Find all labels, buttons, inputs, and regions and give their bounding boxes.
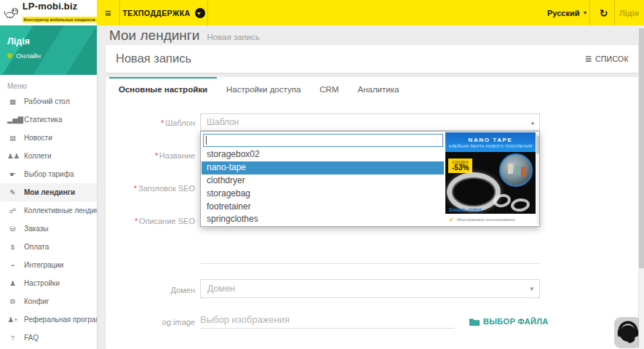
- sidebar-item-tariff[interactable]: ☛ Выбор тарифа: [0, 165, 97, 183]
- user-plus-icon: ♟+: [7, 316, 18, 324]
- plug-icon: ⌁: [7, 261, 18, 269]
- user-icon: ♟: [7, 279, 18, 287]
- topbar-user-menu[interactable]: Лідія: [619, 0, 639, 25]
- preview-subtitle: КЛЕЙКАЯ ЛЕНТА НОВОГО ПОКОЛЕНИЯ: [449, 144, 533, 148]
- seo-description-input-underline[interactable]: [200, 263, 540, 264]
- refresh-button[interactable]: ↻: [594, 0, 613, 25]
- sidebar-menu: ▦ Рабочий стол ▂▅▇ Статистика ▤ Новости …: [0, 92, 97, 347]
- seo-title-field-label: *Заголовок SEO: [106, 184, 195, 193]
- briefcase-icon: ▦: [7, 97, 18, 105]
- name-field-label: *Название: [106, 151, 195, 160]
- dropdown-search-input[interactable]: [203, 134, 443, 147]
- preview-inset-photo: [499, 153, 533, 187]
- dollar-icon: $: [7, 243, 18, 251]
- gears-icon: ⚙: [7, 297, 18, 305]
- sidebar-item-referral[interactable]: ♟+ Реферальная программа: [0, 310, 97, 329]
- record-card-header: Новая запись ≣ СПИСОК: [106, 45, 638, 73]
- page-title: Мои лендинги: [109, 28, 199, 44]
- pencil-icon: ✎: [7, 188, 18, 196]
- list-icon: ≣: [585, 55, 592, 63]
- template-dropdown: storagebox02 nano-tape clothdryer storag…: [200, 131, 540, 227]
- topbar-divider: [207, 0, 208, 25]
- sidebar-user-name: Лідія: [7, 36, 30, 47]
- og-image-field-label: og:image: [106, 318, 195, 326]
- preview-feature-row: ✔ Многоразовое использование: [445, 214, 536, 225]
- tab-access-settings[interactable]: Настройки доступа: [217, 77, 310, 100]
- dropdown-option[interactable]: storagebag: [202, 188, 444, 201]
- tech-support-button[interactable]: ТЕХПОДДЕРЖКА ➤: [120, 0, 207, 25]
- cart-icon: ⛁: [7, 225, 18, 233]
- language-selector[interactable]: Русский ▼: [547, 0, 587, 25]
- sidebar-item-news[interactable]: ▤ Новости: [0, 129, 97, 147]
- menu-section-label: Меню: [7, 82, 27, 90]
- tab-analytics[interactable]: Аналитика: [348, 77, 408, 100]
- tab-crm[interactable]: CRM: [310, 77, 348, 100]
- sidebar-item-config[interactable]: ⚙ Конфиг: [0, 292, 97, 310]
- sidebar-item-collective-landings[interactable]: ☍ Коллективные лендинги: [0, 201, 97, 220]
- tab-main-settings[interactable]: Основные настройки: [109, 77, 217, 100]
- headset-icon: [616, 320, 640, 345]
- dropdown-option[interactable]: footretainer: [202, 201, 444, 214]
- share-icon: ☍: [7, 206, 18, 214]
- template-select[interactable]: Шаблон ▴: [200, 113, 540, 131]
- dropdown-option[interactable]: storagebox02: [202, 148, 444, 161]
- check-icon: ✔: [449, 217, 454, 223]
- online-status-label: Онлайн: [16, 52, 41, 60]
- page-scrollbar-thumb[interactable]: [639, 28, 644, 268]
- list-button[interactable]: ≣ СПИСОК: [585, 55, 629, 63]
- sidebar-item-integrations[interactable]: ⌁ Интеграции: [0, 256, 97, 274]
- dropdown-scrollbar-thumb[interactable]: [536, 135, 539, 154]
- pointer-icon: ☛: [7, 170, 18, 178]
- page-scrollbar[interactable]: [639, 25, 644, 349]
- online-status-dot: [7, 53, 12, 58]
- sidebar-item-orders[interactable]: ⛁ Заказы: [0, 220, 97, 238]
- preview-feature-text: Многоразовое использование: [457, 217, 515, 222]
- template-preview-thumbnail: NANO TAPE КЛЕЙКАЯ ЛЕНТА НОВОГО ПОКОЛЕНИЯ…: [445, 132, 536, 225]
- tab-bar: Основные настройки Настройки доступа CRM…: [106, 77, 408, 100]
- topbar-divider: [589, 0, 590, 25]
- sidebar: Лідія Онлайн Меню ▦ Рабочий стол ▂▅▇ Ста…: [0, 25, 97, 349]
- template-field-label: *Шаблон: [106, 119, 195, 127]
- preview-caption: Double-sided: [449, 207, 481, 212]
- sidebar-item-statistics[interactable]: ▂▅▇ Статистика: [0, 111, 97, 129]
- sidebar-item-faq[interactable]: ? FAQ: [0, 329, 97, 347]
- dog-logo-icon: [4, 5, 20, 20]
- dropdown-scrollbar[interactable]: [536, 133, 539, 225]
- chart-icon: ▂▅▇: [7, 116, 18, 124]
- logo-text: LP-mobi.biz Конструктор мобильных лендин…: [23, 1, 97, 24]
- logo-title: LP-mobi.biz: [23, 1, 97, 11]
- seo-description-field-label: *Описание SEO: [106, 217, 195, 225]
- preview-title: NANO TAPE: [469, 137, 513, 143]
- support-label: ТЕХПОДДЕРЖКА: [122, 9, 190, 17]
- sidebar-item-payment[interactable]: $ Оплата: [0, 238, 97, 256]
- form-panel: Основные настройки Настройки доступа CRM…: [106, 77, 638, 349]
- support-chat-button[interactable]: [614, 317, 642, 348]
- sidebar-item-my-landings[interactable]: ✎ Мои лендинги: [0, 183, 97, 201]
- og-image-input[interactable]: [200, 311, 455, 329]
- dropdown-option-highlighted[interactable]: nano-tape: [202, 161, 444, 174]
- choose-file-button[interactable]: ВЫБОР ФАЙЛА: [469, 317, 549, 326]
- dropdown-option[interactable]: clothdryer: [202, 174, 444, 188]
- telegram-icon: ➤: [195, 8, 205, 18]
- domain-select[interactable]: Домен ▾: [200, 279, 540, 298]
- template-select-placeholder: Шаблон: [207, 117, 239, 127]
- tape-ring-graphic: [510, 197, 530, 212]
- sidebar-toggle-button[interactable]: ≡: [97, 0, 119, 25]
- app-window: LP-mobi.biz Конструктор мобильных лендин…: [0, 0, 644, 349]
- dropdown-option-list: storagebox02 nano-tape clothdryer storag…: [202, 148, 444, 225]
- sidebar-item-settings[interactable]: ♟ Настройки: [0, 274, 97, 292]
- news-icon: ▤: [7, 134, 18, 142]
- question-icon: ?: [7, 334, 18, 342]
- domain-field-label: Домен: [106, 286, 195, 294]
- dropdown-option[interactable]: springclothes: [202, 213, 444, 225]
- discount-badge: СКИДКА -53%: [448, 159, 472, 173]
- refresh-icon: ↻: [600, 7, 608, 19]
- sidebar-item-dashboard[interactable]: ▦ Рабочий стол: [0, 92, 97, 111]
- logo[interactable]: LP-mobi.biz Конструктор мобильных лендин…: [0, 0, 97, 25]
- page-header: Мои лендинги Новая запись: [109, 28, 260, 44]
- sidebar-user-panel: Лідія Онлайн: [0, 25, 97, 75]
- chevron-down-icon: ▾: [530, 285, 533, 292]
- logo-tagline: Конструктор мобильных лендингов: [23, 17, 97, 23]
- preview-product-image: СКИДКА -53% Double-sided: [445, 152, 536, 214]
- sidebar-item-colleagues[interactable]: ♟♟ Коллеги: [0, 147, 97, 165]
